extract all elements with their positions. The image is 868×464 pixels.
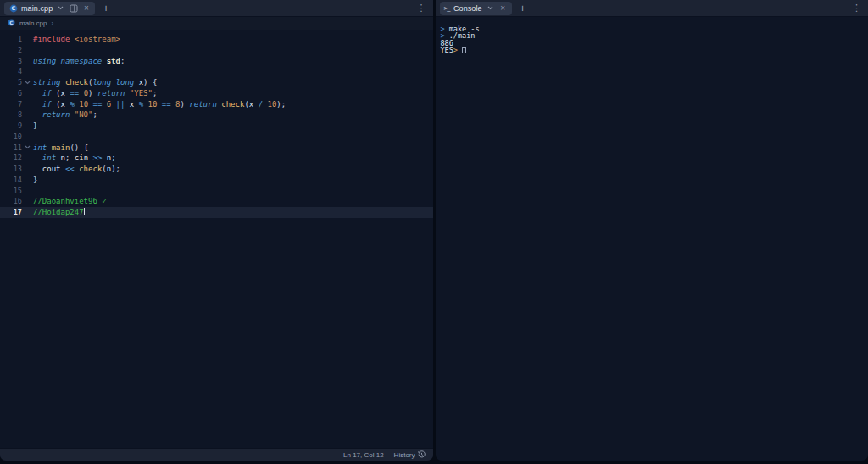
console-text: YES <box>441 46 453 54</box>
code-line[interactable]: 10 <box>0 131 433 143</box>
new-tab-button[interactable]: + <box>517 3 529 14</box>
cpp-file-icon: C <box>8 3 18 14</box>
close-tab-icon[interactable]: × <box>498 3 508 14</box>
cpp-file-icon: C <box>8 19 15 28</box>
line-number: 9 <box>0 120 22 131</box>
code-line[interactable]: 14} <box>0 175 433 186</box>
code-line-text: //Daoanhviet96 ✓ <box>33 196 107 207</box>
code-line[interactable]: 11int main() { <box>0 143 433 154</box>
cursor-position-label: Ln 17, Col 12 <box>343 451 384 459</box>
code-line[interactable]: 17//Hoidap247 <box>0 207 433 218</box>
code-line[interactable]: 4 <box>0 66 433 77</box>
svg-text:C: C <box>9 20 13 25</box>
code-line-text: #include <iostream> <box>33 34 120 45</box>
history-label: History <box>394 451 415 459</box>
code-line-text: using namespace std; <box>33 56 125 67</box>
line-number: 8 <box>0 109 22 120</box>
fold-gutter-spacer <box>22 120 33 131</box>
workspace: C main.cpp × + ⋮ C main.cpp › … 1#inc <box>0 0 868 464</box>
console-line: > make -s <box>441 25 868 32</box>
editor-pane-menu-icon[interactable]: ⋮ <box>415 3 429 14</box>
console-pane-menu-icon[interactable]: ⋮ <box>849 3 864 14</box>
breadcrumb[interactable]: C main.cpp › … <box>0 17 433 30</box>
editor-caret <box>84 208 85 215</box>
tab-label: Console <box>453 4 482 13</box>
chevron-down-icon[interactable] <box>56 3 65 14</box>
console-output[interactable]: > make -s> ./main886YES> <box>436 17 868 461</box>
fold-gutter-spacer <box>22 164 33 175</box>
fold-gutter-spacer <box>22 45 33 56</box>
fold-gutter-spacer <box>22 109 33 120</box>
tab-main-cpp[interactable]: C main.cpp × <box>4 2 95 15</box>
fold-gutter-spacer <box>22 131 33 143</box>
terminal-icon: >_ <box>444 5 450 12</box>
code-line[interactable]: 13 cout << check(n); <box>0 164 433 175</box>
code-line[interactable]: 6 if (x == 0) return "YES"; <box>0 88 433 99</box>
line-number: 12 <box>0 153 22 164</box>
line-number: 17 <box>0 207 22 218</box>
fold-chevron-icon[interactable] <box>22 143 33 154</box>
code-line-text: if (x == 0) return "YES"; <box>33 88 157 99</box>
tab-console[interactable]: >_ Console × <box>440 2 512 15</box>
fold-gutter-spacer <box>22 34 33 45</box>
split-pane-icon[interactable] <box>69 3 78 14</box>
editor-pane: C main.cpp × + ⋮ C main.cpp › … 1#inc <box>0 0 433 461</box>
breadcrumb-separator: › <box>51 20 53 27</box>
console-line: 886 <box>441 40 868 47</box>
fold-gutter-spacer <box>22 99 33 110</box>
line-number: 13 <box>0 164 22 175</box>
history-clock-icon <box>418 450 426 460</box>
chevron-down-icon[interactable] <box>486 3 495 14</box>
console-line: > ./main <box>441 32 868 39</box>
code-line[interactable]: 16//Daoanhviet96 ✓ <box>0 196 433 207</box>
fold-chevron-icon[interactable] <box>22 77 33 88</box>
code-line[interactable]: 1#include <iostream> <box>0 34 433 45</box>
line-number: 15 <box>0 186 22 197</box>
close-tab-icon[interactable]: × <box>81 3 91 14</box>
code-line[interactable]: 12 int n; cin >> n; <box>0 153 433 164</box>
fold-gutter-spacer <box>22 66 33 77</box>
breadcrumb-file[interactable]: main.cpp <box>19 20 47 27</box>
console-pane: >_ Console × + ⋮ > make -s> ./main886YES… <box>436 0 868 461</box>
line-number: 1 <box>0 34 22 45</box>
line-number: 4 <box>0 66 22 77</box>
code-line-text: int n; cin >> n; <box>33 153 116 164</box>
code-line[interactable]: 2 <box>0 45 433 56</box>
cursor-position[interactable]: Ln 17, Col 12 <box>343 451 384 459</box>
code-line-text: string check(long long x) { <box>33 77 157 88</box>
code-line-text: int main() { <box>33 143 88 154</box>
history-button[interactable]: History <box>394 450 426 460</box>
code-line-text: return "NO"; <box>33 109 97 120</box>
console-prompt: > <box>453 46 462 54</box>
console-line: YES> <box>441 47 868 53</box>
code-line[interactable]: 15 <box>0 186 433 197</box>
code-line[interactable]: 7 if (x % 10 == 6 || x % 10 == 8) return… <box>0 99 433 110</box>
code-line[interactable]: 3using namespace std; <box>0 56 433 67</box>
line-number: 10 <box>0 131 22 143</box>
fold-gutter-spacer <box>22 88 33 99</box>
line-number: 2 <box>0 45 22 56</box>
line-number: 14 <box>0 175 22 186</box>
code-line-text: //Hoidap247 <box>33 207 85 218</box>
code-line-text: } <box>33 120 37 131</box>
editor-tabbar: C main.cpp × + ⋮ <box>0 0 433 17</box>
fold-gutter-spacer <box>22 175 33 186</box>
tab-label: main.cpp <box>21 4 53 13</box>
line-number: 7 <box>0 99 22 110</box>
line-number: 5 <box>0 77 22 88</box>
code-editor[interactable]: 1#include <iostream>23using namespace st… <box>0 30 433 448</box>
console-tabbar: >_ Console × + ⋮ <box>436 0 868 17</box>
fold-gutter-spacer <box>22 153 33 164</box>
code-line[interactable]: 8 return "NO"; <box>0 109 433 120</box>
breadcrumb-more[interactable]: … <box>58 20 64 27</box>
new-tab-button[interactable]: + <box>100 3 112 14</box>
code-line[interactable]: 5string check(long long x) { <box>0 77 433 88</box>
code-line-text: } <box>33 175 37 186</box>
fold-gutter-spacer <box>22 56 33 67</box>
code-line[interactable]: 9} <box>0 120 433 131</box>
line-number: 16 <box>0 196 22 207</box>
editor-statusbar: Ln 17, Col 12 History <box>0 448 433 461</box>
line-number: 11 <box>0 143 22 154</box>
terminal-cursor <box>462 47 466 53</box>
code-line-text: if (x % 10 == 6 || x % 10 == 8) return c… <box>33 99 286 110</box>
